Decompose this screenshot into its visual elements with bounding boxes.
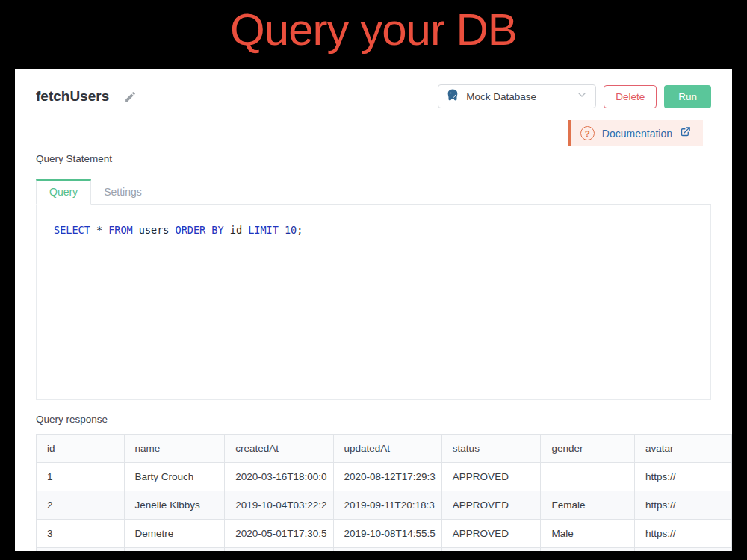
query-response-label: Query response — [36, 414, 711, 425]
table-row: 1Barty Crouch2020-03-16T18:00:02020-08-1… — [37, 463, 732, 491]
table-cell: https:// — [635, 491, 732, 520]
table-cell: 2020-08-12T17:29:3 — [333, 463, 441, 491]
sql-token: ORDER BY — [176, 224, 224, 236]
table-cell: https:// — [635, 520, 732, 548]
sql-token: users — [133, 224, 176, 236]
table-cell: 2020-08-12T17:43:0 — [333, 548, 441, 552]
table-cell: 2 — [37, 491, 125, 520]
sql-token: LIMIT — [248, 224, 279, 236]
query-header: fetchUsers Mock Database Delete — [36, 84, 711, 108]
table-cell: https:// — [635, 463, 732, 491]
table-cell: 3 — [37, 520, 125, 548]
table-cell: 2020-03-16T18:00:0 — [225, 463, 333, 491]
delete-button[interactable]: Delete — [604, 85, 657, 108]
column-header-status: status — [441, 435, 541, 463]
table-row: 2Jenelle Kibbys2019-10-04T03:22:22019-09… — [37, 491, 732, 520]
sql-token: ; — [297, 224, 303, 236]
table-cell: Demetre — [124, 520, 225, 548]
column-header-createdat: createdAt — [225, 435, 333, 463]
external-link-icon — [680, 126, 691, 140]
sql-code-line: SELECT * FROM users ORDER BY id LIMIT 10… — [37, 205, 710, 236]
table-cell: Male — [541, 520, 635, 548]
table-cell: 2019-10-04T03:22:2 — [225, 491, 333, 520]
tabs: QuerySettings — [36, 178, 711, 205]
table-cell: APPROVED — [441, 520, 541, 548]
sql-token: id — [224, 224, 249, 236]
column-header-id: id — [37, 435, 125, 463]
table-row: 4Currey2019-12-30T03:54:12020-08-12T17:4… — [37, 548, 732, 552]
docs-row: ? Documentation — [36, 120, 703, 146]
run-button[interactable]: Run — [664, 85, 711, 108]
sql-token: * — [90, 224, 108, 236]
documentation-banner[interactable]: ? Documentation — [568, 120, 703, 146]
resource-selector[interactable]: Mock Database — [438, 84, 596, 108]
table-cell: 2019-10-08T14:55:5 — [333, 520, 441, 548]
table-cell: Jenelle Kibbys — [124, 491, 225, 520]
table-row: 3Demetre2020-05-01T17:30:52019-10-08T14:… — [37, 520, 732, 548]
documentation-link[interactable]: Documentation — [602, 128, 672, 140]
table-cell: 2019-09-11T20:18:3 — [333, 491, 441, 520]
column-header-gender: gender — [541, 435, 635, 463]
postgresql-icon — [446, 88, 459, 105]
sql-token: SELECT — [54, 224, 90, 236]
column-header-updatedat: updatedAt — [333, 435, 441, 463]
query-controls: Mock Database Delete Run — [438, 84, 711, 108]
column-header-name: name — [124, 435, 225, 463]
response-table-wrap: idnamecreatedAtupdatedAtstatusgenderavat… — [36, 434, 732, 551]
chevron-down-icon — [576, 89, 588, 104]
table-cell: https:// — [635, 548, 732, 552]
table-cell: 4 — [37, 548, 125, 552]
query-editor-card: fetchUsers Mock Database Delete — [15, 69, 732, 551]
table-cell: 2019-12-30T03:54:1 — [225, 548, 333, 552]
table-cell — [541, 463, 635, 491]
column-header-avatar: avatar — [635, 435, 732, 463]
query-title-group: fetchUsers — [36, 88, 137, 105]
sql-token: FROM — [108, 224, 133, 236]
edit-pencil-icon[interactable] — [124, 90, 137, 103]
page-title: Query your DB — [0, 0, 747, 55]
sql-token: 10 — [279, 224, 297, 236]
tab-settings[interactable]: Settings — [91, 181, 155, 204]
query-name: fetchUsers — [36, 88, 109, 105]
table-cell: Currey — [124, 548, 225, 552]
table-cell: 1 — [37, 463, 125, 491]
tab-query[interactable]: Query — [36, 179, 91, 205]
table-cell: Female — [541, 548, 635, 552]
query-statement-label: Query Statement — [36, 153, 711, 164]
table-header-row: idnamecreatedAtupdatedAtstatusgenderavat… — [37, 435, 732, 463]
table-cell: 2020-05-01T17:30:5 — [225, 520, 333, 548]
question-mark-icon: ? — [580, 126, 595, 140]
resource-selector-value: Mock Database — [466, 91, 576, 102]
table-cell: APPROVED — [441, 548, 541, 552]
table-cell: Female — [541, 491, 635, 520]
sql-editor[interactable]: SELECT * FROM users ORDER BY id LIMIT 10… — [36, 205, 711, 400]
table-cell: APPROVED — [441, 491, 541, 520]
table-cell: APPROVED — [441, 463, 541, 491]
table-cell: Barty Crouch — [124, 463, 225, 491]
response-table: idnamecreatedAtupdatedAtstatusgenderavat… — [36, 434, 732, 551]
table-body: 1Barty Crouch2020-03-16T18:00:02020-08-1… — [37, 463, 732, 552]
